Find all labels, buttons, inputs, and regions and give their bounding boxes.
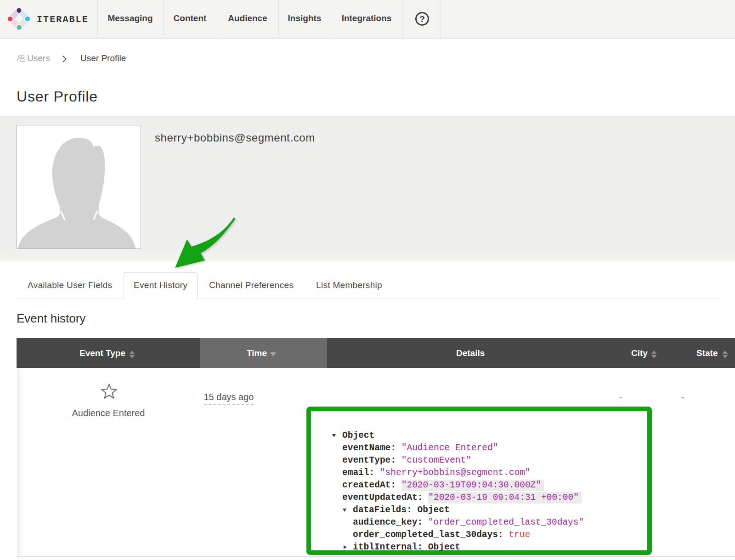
svg-text:?: ? [419,14,425,24]
